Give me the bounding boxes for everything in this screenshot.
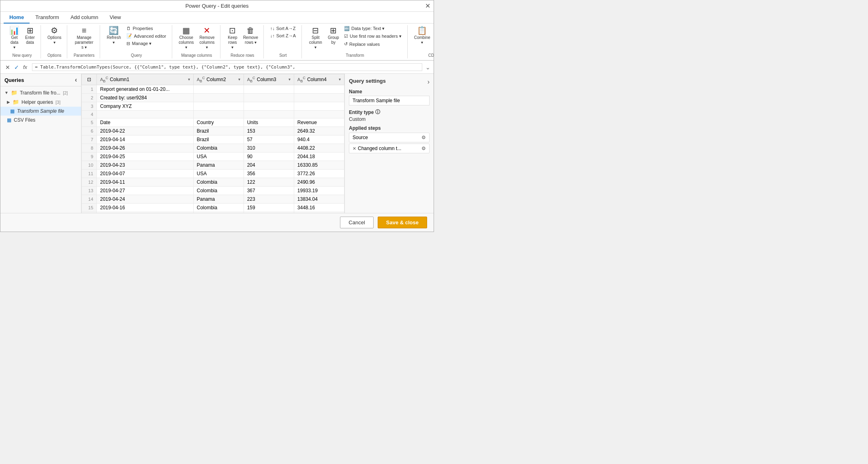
table-cell[interactable]: 19933.19 xyxy=(294,186,344,195)
table-cell[interactable]: Created by: user9284 xyxy=(97,93,193,102)
cancel-button[interactable]: Cancel xyxy=(340,217,373,228)
table-cell[interactable] xyxy=(244,85,294,93)
replace-values-button[interactable]: ↺ Replace values xyxy=(342,41,404,47)
map-to-standard-button[interactable]: 📌 Map tostandard xyxy=(434,25,434,46)
tab-transform[interactable]: Transform xyxy=(30,12,65,24)
table-cell[interactable]: Colombia xyxy=(193,178,244,186)
table-cell[interactable]: 122 xyxy=(244,178,294,186)
sort-asc-button[interactable]: ↑↓ Sort A→Z xyxy=(268,25,298,32)
keep-rows-button[interactable]: ⊡ Keeprows ▾ xyxy=(224,25,240,51)
table-cell[interactable]: 3772.26 xyxy=(294,169,344,178)
table-cell[interactable]: 356 xyxy=(244,169,294,178)
get-data-button[interactable]: 📊 Getdata ▾ xyxy=(7,25,22,51)
step-changed-column-gear-icon[interactable]: ⚙ xyxy=(421,146,426,151)
split-column-button[interactable]: ⊟ Splitcolumn ▾ xyxy=(306,25,325,51)
use-first-row-button[interactable]: ☑ Use first row as headers ▾ xyxy=(342,33,404,40)
table-cell[interactable]: 16330.85 xyxy=(294,161,344,169)
table-cell[interactable]: 159 xyxy=(244,203,294,212)
formula-expand-button[interactable]: ⌄ xyxy=(425,64,430,71)
manage-parameters-button[interactable]: ≡ Manageparameters ▾ xyxy=(71,25,96,51)
step-changed-column[interactable]: ✕ Changed column t... ⚙ xyxy=(349,144,430,153)
col1-filter-icon[interactable]: ▾ xyxy=(188,77,190,82)
close-button[interactable]: ✕ xyxy=(425,2,430,10)
query-csv-files[interactable]: ▦ CSV Files xyxy=(0,116,81,125)
column-header-3[interactable]: ABC Column3 ▾ xyxy=(244,74,294,85)
table-cell[interactable]: USA xyxy=(193,169,244,178)
query-transform-sample[interactable]: ▦ Transform Sample file xyxy=(0,107,81,116)
table-cell[interactable] xyxy=(294,110,344,118)
table-cell[interactable]: USA xyxy=(193,152,244,161)
table-cell[interactable]: 940.4 xyxy=(294,135,344,144)
table-cell[interactable]: Brazil xyxy=(193,127,244,135)
table-cell[interactable]: 258 xyxy=(244,212,294,213)
settings-expand-icon[interactable]: › xyxy=(428,78,430,86)
sort-desc-button[interactable]: ↓↑ Sort Z→A xyxy=(268,32,298,39)
step-source-gear-icon[interactable]: ⚙ xyxy=(421,135,426,140)
entity-type-info-icon[interactable]: ⓘ xyxy=(375,109,380,116)
table-cell[interactable]: 2019-04-07 xyxy=(97,169,193,178)
table-cell[interactable] xyxy=(193,110,244,118)
table-cell[interactable]: 2019-04-22 xyxy=(97,127,193,135)
name-input[interactable] xyxy=(349,96,430,105)
step-source[interactable]: Source ⚙ xyxy=(349,133,430,142)
column-header-1[interactable]: ABC Column1 ▾ xyxy=(97,74,193,85)
table-cell[interactable]: Country xyxy=(193,118,244,127)
queries-collapse-button[interactable]: ‹ xyxy=(75,76,77,84)
manage-button[interactable]: ⊟ Manage ▾ xyxy=(124,40,169,47)
table-cell[interactable]: 2019-04-23 xyxy=(97,161,193,169)
tab-view[interactable]: View xyxy=(104,12,127,24)
table-cell[interactable]: 2019-04-27 xyxy=(97,186,193,195)
table-cell[interactable]: 2019-04-14 xyxy=(97,135,193,144)
table-cell[interactable]: Colombia xyxy=(193,144,244,152)
table-cell[interactable]: Revenue xyxy=(294,118,344,127)
table-cell[interactable] xyxy=(193,93,244,102)
tab-home[interactable]: Home xyxy=(4,12,30,24)
col4-filter-icon[interactable]: ▾ xyxy=(339,77,341,82)
group-by-button[interactable]: ⊞ Groupby xyxy=(326,25,341,46)
remove-columns-button[interactable]: ✕ Removecolumns ▾ xyxy=(197,25,217,51)
options-button[interactable]: ⚙ Options▾ xyxy=(45,25,64,46)
table-cell[interactable] xyxy=(294,93,344,102)
table-cell[interactable]: 14601.34 xyxy=(294,212,344,213)
table-cell[interactable]: Units xyxy=(244,118,294,127)
col3-filter-icon[interactable]: ▾ xyxy=(289,77,291,82)
table-cell[interactable] xyxy=(97,110,193,118)
query-group-helper[interactable]: ▶ 📁 Helper queries [3] xyxy=(0,97,81,107)
data-type-button[interactable]: 🔤 Data type: Text ▾ xyxy=(342,25,404,32)
table-cell[interactable]: Company XYZ xyxy=(97,102,193,110)
table-cell[interactable]: 2490.96 xyxy=(294,178,344,186)
col2-filter-icon[interactable]: ▾ xyxy=(238,77,240,82)
table-cell[interactable]: Panama xyxy=(193,195,244,203)
tab-add-column[interactable]: Add column xyxy=(65,12,104,24)
table-cell[interactable] xyxy=(244,93,294,102)
choose-columns-button[interactable]: ▦ Choosecolumns ▾ xyxy=(176,25,196,51)
table-cell[interactable]: 90 xyxy=(244,152,294,161)
formula-cancel-button[interactable]: ✕ xyxy=(4,64,12,71)
table-cell[interactable]: Colombia xyxy=(193,186,244,195)
table-cell[interactable]: 2019-04-25 xyxy=(97,152,193,161)
column-header-4[interactable]: ABC Column4 ▾ xyxy=(294,74,344,85)
table-cell[interactable]: Panama xyxy=(193,161,244,169)
column-header-2[interactable]: ABC Column2 ▾ xyxy=(193,74,244,85)
table-cell[interactable]: 2019-04-24 xyxy=(97,195,193,203)
data-table-container[interactable]: ⊡ ABC Column1 ▾ ABC xyxy=(81,74,344,213)
enter-data-button[interactable]: ⊞ Enterdata xyxy=(23,25,37,46)
query-group-transform-file[interactable]: ▼ 📁 Transform file fro... [2] xyxy=(0,88,81,97)
formula-confirm-button[interactable]: ✓ xyxy=(13,64,21,71)
table-cell[interactable] xyxy=(244,110,294,118)
table-cell[interactable]: 2019-04-11 xyxy=(97,178,193,186)
table-cell[interactable]: 2019-04-08 xyxy=(97,212,193,213)
step-close-icon[interactable]: ✕ xyxy=(353,146,356,151)
remove-rows-button[interactable]: 🗑 Removerows ▾ xyxy=(241,25,260,46)
table-cell[interactable]: 3448.16 xyxy=(294,203,344,212)
table-cell[interactable]: Colombia xyxy=(193,203,244,212)
table-cell[interactable]: 204 xyxy=(244,161,294,169)
table-cell[interactable] xyxy=(294,85,344,93)
table-cell[interactable]: 13834.04 xyxy=(294,195,344,203)
properties-button[interactable]: 🗒 Properties xyxy=(124,25,169,32)
column-selector-header[interactable]: ⊡ xyxy=(82,74,97,85)
save-close-button[interactable]: Save & close xyxy=(378,217,427,228)
table-cell[interactable]: 2044.18 xyxy=(294,152,344,161)
table-cell[interactable]: Report generated on 01-01-20... xyxy=(97,85,193,93)
table-cell[interactable]: 57 xyxy=(244,135,294,144)
